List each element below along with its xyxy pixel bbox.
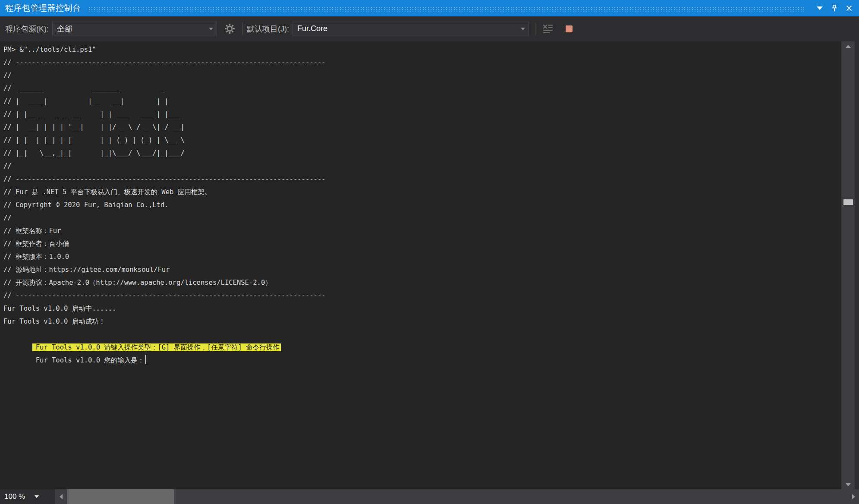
default-project-label: 默认项目(J): bbox=[247, 24, 289, 34]
console-main-area: PM> &"../tools/cli.ps1" // -------------… bbox=[0, 41, 859, 489]
console-line: // bbox=[0, 211, 841, 224]
horizontal-scrollbar[interactable] bbox=[55, 489, 859, 504]
arrow-left-icon bbox=[60, 494, 63, 499]
package-source-combobox[interactable]: 全部 bbox=[52, 22, 217, 36]
zoom-level-dropdown[interactable]: 100 % bbox=[0, 489, 55, 504]
zoom-level-value: 100 % bbox=[4, 492, 25, 501]
gear-icon bbox=[224, 23, 236, 35]
console-ascii-art-line: // | __| | | | '__| | |/ _ \ / _ \| / __… bbox=[0, 121, 841, 134]
window-title: 程序包管理器控制台 bbox=[5, 3, 81, 14]
pin-button[interactable] bbox=[827, 2, 842, 14]
console-ascii-art-line: // | | | |_| | | | | (_) | (_) | \__ \ bbox=[0, 134, 841, 147]
vertical-scrollbar[interactable] bbox=[842, 41, 855, 489]
console-line: // 框架版本：1.0.0 bbox=[0, 250, 841, 263]
vertical-scrollbar-thumb[interactable] bbox=[843, 199, 853, 205]
titlebar-drag-handle[interactable] bbox=[88, 6, 806, 12]
chevron-down-icon bbox=[209, 28, 213, 30]
horizontal-scrollbar-thumb[interactable] bbox=[67, 489, 174, 504]
console-ascii-art-line: // | |__ _ _ _ __ | | ___ ___ | |___ bbox=[0, 108, 841, 121]
chevron-down-icon bbox=[817, 6, 823, 10]
console-line: // Copyright © 2020 Fur, Baiqian Co.,Ltd… bbox=[0, 198, 841, 211]
default-project-value: Fur.Core bbox=[297, 24, 517, 33]
scroll-left-button[interactable] bbox=[55, 489, 66, 504]
close-button[interactable] bbox=[842, 2, 856, 14]
package-source-value: 全部 bbox=[57, 24, 205, 34]
highlighted-prompt-text: Fur Tools v1.0.0 请键入操作类型：[G] 界面操作，[任意字符]… bbox=[32, 343, 281, 351]
chevron-down-icon bbox=[35, 495, 39, 498]
tool-window-titlebar[interactable]: 程序包管理器控制台 bbox=[0, 0, 859, 16]
package-source-label: 程序包源(K): bbox=[5, 24, 49, 34]
arrow-down-icon bbox=[846, 483, 851, 486]
console-line: Fur Tools v1.0.0 启动中...... bbox=[0, 302, 841, 315]
console-toolbar: 程序包源(K): 全部 默认项目(J): Fur.Core bbox=[0, 16, 859, 41]
console-line: // -------------------------------------… bbox=[0, 173, 841, 186]
console-ascii-art-line: // | ____| |__ __| | | bbox=[0, 95, 841, 108]
arrow-right-icon bbox=[852, 494, 855, 499]
console-output[interactable]: PM> &"../tools/cli.ps1" // -------------… bbox=[0, 41, 842, 489]
window-right-margin bbox=[855, 41, 859, 489]
console-line: // -------------------------------------… bbox=[0, 56, 841, 69]
input-prompt-text: Fur Tools v1.0.0 您的输入是： bbox=[36, 356, 145, 364]
pin-icon bbox=[830, 4, 839, 13]
scroll-right-button[interactable] bbox=[848, 489, 859, 504]
console-ascii-art-line: // ______ _______ _ bbox=[0, 82, 841, 95]
toolbar-separator bbox=[242, 23, 242, 35]
stop-button[interactable] bbox=[566, 25, 573, 32]
console-line: // 框架名称：Fur bbox=[0, 224, 841, 237]
console-line: Fur Tools v1.0.0 启动成功！ bbox=[0, 315, 841, 328]
console-line: // bbox=[0, 160, 841, 173]
console-line: // 源码地址：https://gitee.com/monksoul/Fur bbox=[0, 263, 841, 276]
console-line: // 框架作者：百小僧 bbox=[0, 237, 841, 250]
window-position-button[interactable] bbox=[812, 2, 827, 14]
text-cursor bbox=[145, 355, 146, 364]
toolbar-separator bbox=[535, 23, 535, 35]
scroll-down-button[interactable] bbox=[842, 480, 855, 489]
console-line: // -------------------------------------… bbox=[0, 289, 841, 302]
console-line: PM> &"../tools/cli.ps1" bbox=[0, 43, 841, 56]
console-line-highlighted: Fur Tools v1.0.0 请键入操作类型：[G] 界面操作，[任意字符]… bbox=[0, 328, 841, 341]
console-line: // 开源协议：Apache-2.0（http://www.apache.org… bbox=[0, 276, 841, 289]
package-manager-console-window: 程序包管理器控制台 程序包源(K): 全部 bbox=[0, 0, 859, 504]
clear-all-icon bbox=[542, 23, 554, 35]
scroll-up-button[interactable] bbox=[842, 41, 855, 51]
close-icon bbox=[845, 4, 853, 12]
clear-console-button[interactable] bbox=[540, 21, 556, 37]
console-ascii-art-line: // |_| \__,_|_| |_|\___/ \___/|_|___/ bbox=[0, 147, 841, 160]
console-line: // bbox=[0, 69, 841, 82]
default-project-combobox[interactable]: Fur.Core bbox=[293, 22, 529, 36]
chevron-down-icon bbox=[521, 28, 525, 30]
console-bottom-bar: 100 % bbox=[0, 489, 859, 504]
package-source-settings-button[interactable] bbox=[221, 21, 238, 37]
arrow-up-icon bbox=[846, 45, 851, 48]
console-line: // Fur 是 .NET 5 平台下极易入门、极速开发的 Web 应用框架。 bbox=[0, 186, 841, 198]
